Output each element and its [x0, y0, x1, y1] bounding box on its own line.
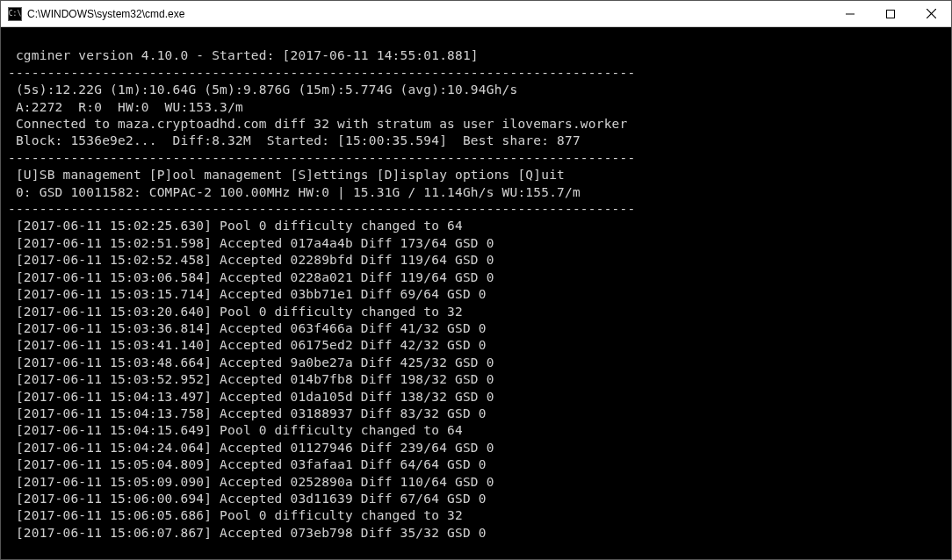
device-line: 0: GSD 10011582: COMPAC-2 100.00MHz HW:0… [8, 185, 581, 199]
divider: ----------------------------------------… [8, 202, 635, 216]
log-line: [2017-06-11 15:02:25.630] Pool 0 difficu… [8, 219, 463, 233]
log-line: [2017-06-11 15:04:13.497] Accepted 01da1… [8, 390, 494, 404]
log-line: [2017-06-11 15:03:06.584] Accepted 0228a… [8, 270, 494, 284]
svg-line-2 [927, 9, 936, 18]
log-line: [2017-06-11 15:03:15.714] Accepted 03bb7… [8, 287, 487, 301]
work-line: A:2272 R:0 HW:0 WU:153.3/m [8, 100, 243, 114]
svg-line-3 [927, 9, 936, 18]
log-line: [2017-06-11 15:03:36.814] Accepted 063f4… [8, 321, 487, 335]
minimize-button[interactable] [830, 1, 870, 26]
log-line: [2017-06-11 15:03:41.140] Accepted 06175… [8, 338, 487, 352]
log-line: [2017-06-11 15:06:05.686] Pool 0 difficu… [8, 508, 463, 522]
log-line: [2017-06-11 15:06:07.867] Accepted 073eb… [8, 526, 487, 540]
window-title: C:\WINDOWS\system32\cmd.exe [27, 8, 830, 20]
maximize-button[interactable] [870, 1, 911, 26]
hashrate-line: (5s):12.22G (1m):10.64G (5m):9.876G (15m… [8, 83, 517, 97]
log-line: [2017-06-11 15:03:48.664] Accepted 9a0be… [8, 355, 494, 370]
version-line: cgminer version 4.10.0 - Started: [2017-… [8, 48, 479, 62]
console-output[interactable]: cgminer version 4.10.0 - Started: [2017-… [1, 27, 951, 559]
log-line: [2017-06-11 15:02:51.598] Accepted 017a4… [8, 236, 494, 250]
log-line: [2017-06-11 15:04:15.649] Pool 0 difficu… [8, 423, 463, 437]
log-line: [2017-06-11 15:05:04.809] Accepted 03faf… [8, 457, 487, 471]
log-line: [2017-06-11 15:06:00.694] Accepted 03d11… [8, 492, 487, 506]
titlebar: C:\ C:\WINDOWS\system32\cmd.exe [1, 1, 951, 27]
window-controls [830, 1, 951, 26]
log-line: [2017-06-11 15:02:52.458] Accepted 02289… [8, 253, 494, 267]
divider: ----------------------------------------… [8, 66, 635, 80]
close-button[interactable] [911, 1, 951, 26]
block-line: Block: 1536e9e2... Diff:8.32M Started: [… [8, 133, 581, 147]
log-line: [2017-06-11 15:04:13.758] Accepted 03188… [8, 406, 487, 420]
cmd-icon: C:\ [8, 7, 22, 21]
menu-line: [U]SB management [P]ool management [S]et… [8, 168, 565, 182]
svg-rect-1 [887, 10, 895, 18]
connected-line: Connected to maza.cryptoadhd.com diff 32… [8, 117, 627, 131]
divider: ----------------------------------------… [8, 151, 635, 165]
log-line: [2017-06-11 15:03:20.640] Pool 0 difficu… [8, 305, 463, 319]
log-line: [2017-06-11 15:03:52.952] Accepted 014b7… [8, 372, 494, 386]
log-line: [2017-06-11 15:04:24.064] Accepted 01127… [8, 441, 494, 455]
log-line: [2017-06-11 15:05:09.090] Accepted 02528… [8, 475, 494, 489]
command-prompt-window: C:\ C:\WINDOWS\system32\cmd.exe cgminer … [0, 0, 952, 560]
